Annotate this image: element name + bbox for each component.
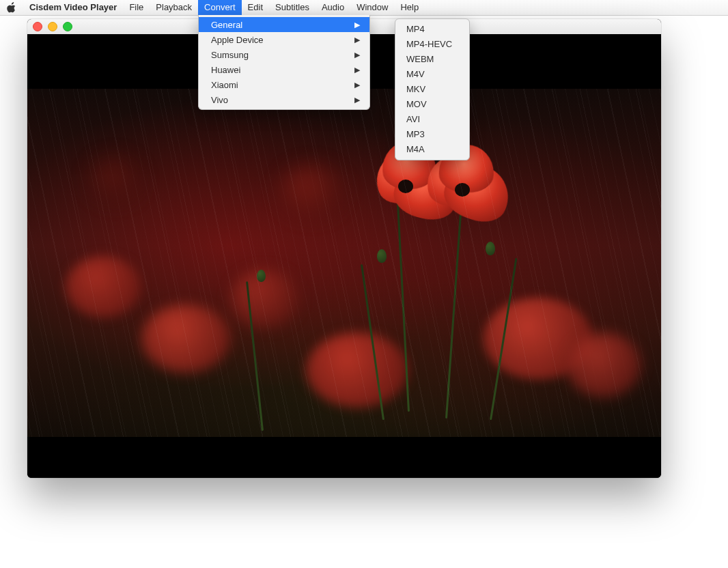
submenu-arrow-icon: ▶ (354, 20, 360, 29)
format-item-m4a[interactable]: M4A (395, 142, 469, 157)
convert-item-huawei[interactable]: Huawei▶ (199, 62, 369, 77)
video-frame (27, 89, 661, 437)
convert-item-vivo[interactable]: Vivo▶ (199, 92, 369, 107)
submenu-arrow-icon: ▶ (354, 81, 360, 89)
menu-item-label: Apple Device (211, 35, 264, 45)
convert-item-apple-device[interactable]: Apple Device▶ (199, 32, 369, 47)
menu-audio[interactable]: Audio (316, 0, 350, 15)
convert-item-general[interactable]: General▶ (199, 17, 369, 32)
general-submenu: MP4 MP4-HEVC WEBM M4V MKV MOV AVI MP3 M4… (395, 18, 470, 160)
format-item-avi[interactable]: AVI (395, 112, 469, 127)
menu-playback[interactable]: Playback (150, 0, 198, 15)
format-item-mov[interactable]: MOV (395, 97, 469, 112)
menu-edit[interactable]: Edit (242, 0, 269, 15)
window-close-button[interactable] (33, 22, 42, 31)
menu-item-label: Sumsung (211, 50, 249, 60)
menu-window[interactable]: Window (350, 0, 394, 15)
apple-menu-icon[interactable] (0, 2, 23, 13)
menu-convert[interactable]: Convert (198, 0, 242, 15)
format-item-m4v[interactable]: M4V (395, 67, 469, 82)
menu-help[interactable]: Help (394, 0, 425, 15)
menu-file[interactable]: File (123, 0, 150, 15)
convert-dropdown-menu: General▶ Apple Device▶ Sumsung▶ Huawei▶ … (198, 15, 370, 110)
format-item-webm[interactable]: WEBM (395, 52, 469, 67)
menu-item-label: Xiaomi (211, 80, 238, 90)
format-item-mp4[interactable]: MP4 (395, 22, 469, 37)
menu-item-label: Vivo (211, 95, 228, 105)
convert-item-sumsung[interactable]: Sumsung▶ (199, 47, 369, 62)
app-name[interactable]: Cisdem Video Player (23, 0, 123, 15)
menu-item-label: General (211, 20, 242, 30)
window-minimize-button[interactable] (48, 22, 57, 31)
format-item-mkv[interactable]: MKV (395, 82, 469, 97)
convert-item-xiaomi[interactable]: Xiaomi▶ (199, 77, 369, 92)
submenu-arrow-icon: ▶ (354, 51, 360, 59)
submenu-arrow-icon: ▶ (354, 96, 360, 104)
macos-menubar: Cisdem Video Player File Playback Conver… (0, 0, 728, 16)
window-zoom-button[interactable] (63, 22, 72, 31)
format-item-mp3[interactable]: MP3 (395, 127, 469, 142)
menu-item-label: Huawei (211, 65, 240, 75)
submenu-arrow-icon: ▶ (354, 36, 360, 44)
menu-subtitles[interactable]: Subtitles (269, 0, 316, 15)
submenu-arrow-icon: ▶ (354, 66, 360, 74)
apple-logo-icon (7, 2, 16, 13)
format-item-mp4-hevc[interactable]: MP4-HEVC (395, 37, 469, 52)
